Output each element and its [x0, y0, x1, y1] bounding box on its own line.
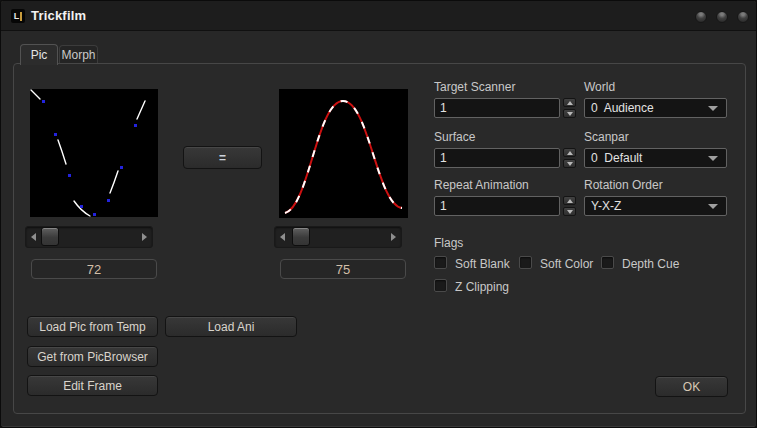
- arrow-up-icon: [567, 101, 573, 105]
- arrow-down-icon: [567, 162, 573, 166]
- soft-blank-checkbox[interactable]: [434, 256, 447, 269]
- repeat-animation-input[interactable]: [434, 196, 560, 216]
- pic-tab-panel: = 72 75 Target Scanner: [13, 63, 746, 414]
- arrow-down-icon: [567, 112, 573, 116]
- spin-up-button[interactable]: [563, 196, 576, 205]
- source-curve: [30, 89, 158, 217]
- window-button-2[interactable]: [716, 11, 728, 23]
- load-ani-button[interactable]: Load Ani: [165, 316, 297, 337]
- depth-cue-label: Depth Cue: [622, 257, 679, 271]
- ok-button[interactable]: OK: [655, 376, 728, 397]
- spin-up-button[interactable]: [563, 148, 576, 157]
- surface-spinner: [563, 148, 576, 168]
- world-value: 0 Audience: [591, 101, 654, 115]
- repeat-animation-label: Repeat Animation: [434, 178, 529, 192]
- rotation-order-dropdown[interactable]: Y-X-Z: [584, 196, 727, 216]
- chevron-down-icon: [708, 106, 718, 111]
- tab-morph[interactable]: Morph: [59, 45, 98, 64]
- spin-down-button[interactable]: [563, 109, 576, 118]
- rotation-order-label: Rotation Order: [584, 178, 663, 192]
- scroll-left-icon[interactable]: [31, 233, 36, 241]
- arrow-up-icon: [567, 199, 573, 203]
- flags-label: Flags: [434, 236, 463, 250]
- repeat-animation-spinner: [563, 196, 576, 216]
- target-frame-scrollbar[interactable]: [274, 226, 402, 248]
- tab-pic[interactable]: Pic: [20, 44, 58, 65]
- scanpar-value: 0 Default: [591, 151, 642, 165]
- depth-cue-checkbox[interactable]: [601, 256, 614, 269]
- source-frame-scrollbar[interactable]: [25, 226, 153, 248]
- source-frame-value[interactable]: 72: [31, 259, 157, 279]
- title-bar[interactable]: L Trickfilm: [1, 1, 756, 31]
- rotation-order-value: Y-X-Z: [591, 199, 621, 213]
- scanpar-dropdown[interactable]: 0 Default: [584, 148, 727, 168]
- target-frame-value[interactable]: 75: [280, 259, 406, 279]
- world-dropdown[interactable]: 0 Audience: [584, 98, 727, 118]
- arrow-up-icon: [567, 151, 573, 155]
- target-scanner-input[interactable]: [434, 98, 560, 118]
- window-button-3[interactable]: [737, 11, 749, 23]
- target-scroll-thumb[interactable]: [292, 227, 310, 246]
- equals-button[interactable]: =: [183, 146, 262, 169]
- scroll-left-icon[interactable]: [280, 233, 285, 241]
- window-title: Trickfilm: [31, 1, 86, 31]
- app-icon-accent: [20, 12, 22, 21]
- chevron-down-icon: [708, 156, 718, 161]
- app-icon-letter: L: [14, 12, 20, 21]
- target-scanner-label: Target Scanner: [434, 80, 515, 94]
- trickfilm-window: L Trickfilm Pic Morph: [0, 0, 757, 428]
- target-scanner-spinner: [563, 98, 576, 118]
- target-curve: [279, 89, 408, 218]
- spin-down-button[interactable]: [563, 207, 576, 216]
- window-button-1[interactable]: [695, 11, 707, 23]
- scroll-right-icon[interactable]: [142, 233, 147, 241]
- z-clipping-label: Z Clipping: [455, 280, 509, 294]
- scroll-right-icon[interactable]: [391, 233, 396, 241]
- arrow-down-icon: [567, 210, 573, 214]
- source-preview[interactable]: [30, 89, 158, 217]
- target-preview[interactable]: [279, 89, 408, 218]
- control-points: [42, 100, 137, 216]
- load-pic-from-temp-button[interactable]: Load Pic from Temp: [27, 316, 158, 337]
- scanpar-label: Scanpar: [584, 130, 629, 144]
- source-scroll-thumb[interactable]: [41, 227, 59, 246]
- surface-label: Surface: [434, 130, 475, 144]
- z-clipping-checkbox[interactable]: [434, 279, 447, 292]
- world-label: World: [584, 80, 615, 94]
- soft-color-checkbox[interactable]: [519, 256, 532, 269]
- surface-input[interactable]: [434, 148, 560, 168]
- soft-blank-label: Soft Blank: [455, 257, 510, 271]
- get-from-picbrowser-button[interactable]: Get from PicBrowser: [27, 346, 158, 367]
- edit-frame-button[interactable]: Edit Frame: [27, 375, 158, 396]
- spin-down-button[interactable]: [563, 159, 576, 168]
- chevron-down-icon: [708, 204, 718, 209]
- soft-color-label: Soft Color: [540, 257, 593, 271]
- spin-up-button[interactable]: [563, 98, 576, 107]
- app-icon: L: [11, 9, 25, 23]
